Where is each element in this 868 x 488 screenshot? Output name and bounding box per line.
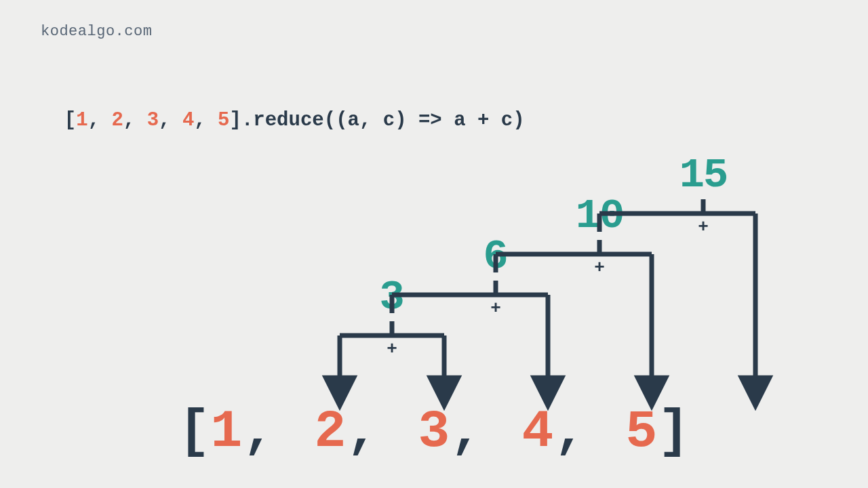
arr-val-2: 3 — [418, 405, 450, 458]
arr-close: ] — [658, 405, 690, 458]
arr-val-1: 2 — [314, 405, 347, 458]
arr-val-0: 1 — [210, 405, 243, 458]
arr-open: [ — [178, 405, 210, 458]
array-display: [12345] — [0, 405, 868, 458]
arr-val-3: 4 — [521, 405, 554, 458]
arr-comma-2 — [450, 405, 521, 458]
arr-comma-1 — [347, 405, 418, 458]
arr-val-4: 5 — [625, 405, 658, 458]
arr-comma-3 — [554, 405, 625, 458]
arr-comma-0 — [243, 405, 314, 458]
